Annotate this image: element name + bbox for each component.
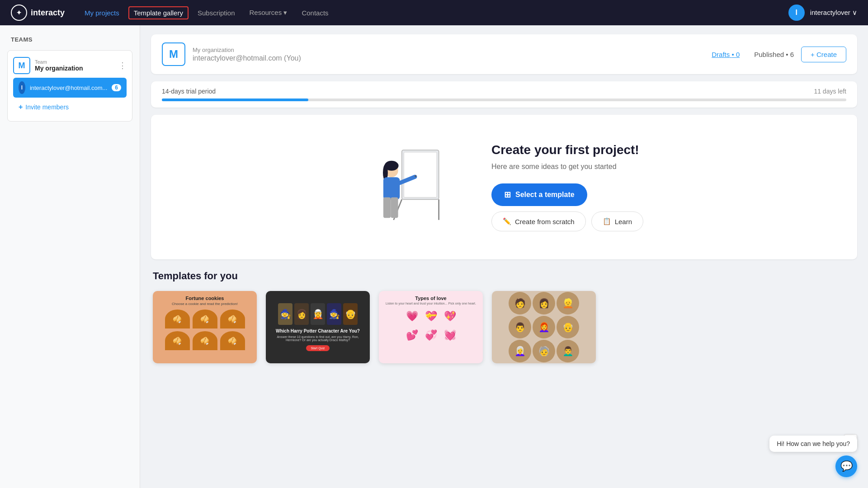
face: 👴 [557, 316, 579, 338]
org-header: M My organization interactylover@hotmail… [151, 34, 857, 74]
trial-label: 14-days trial period [162, 88, 216, 95]
face: 🧑 [509, 292, 531, 314]
member-email: interactylover@hotmail.com... [30, 84, 107, 91]
hp-char: 🧙 [278, 303, 292, 325]
logo[interactable]: ✦ interacty [11, 5, 65, 21]
create-subtitle: Here are some ideas to get you started [491, 163, 643, 171]
svg-rect-10 [391, 197, 398, 218]
hp-char: 👴 [343, 303, 358, 325]
org-name: My organization [193, 47, 704, 53]
face: 👩‍🦰 [533, 316, 555, 338]
btn-row: ✏️ Create from scratch 📋 Learn [491, 211, 643, 231]
nav-templategallery[interactable]: Template gallery [128, 6, 189, 19]
face: 👨‍🦱 [557, 340, 579, 362]
template-card-hp[interactable]: 🧙 👩 🧝 🧙 👴 Which Harry Potter Character A… [266, 291, 370, 363]
photo-grid: 🧑 👩 👱 👨 👩‍🦰 👴 👩‍🦳 🧓 👨‍🦱 [506, 291, 582, 363]
logo-icon: ✦ [11, 5, 27, 21]
love-card-title: Types of love [415, 296, 446, 301]
book-icon: 📋 [603, 217, 611, 225]
content-area: M My organization interactylover@hotmail… [140, 25, 868, 488]
chat-widget: Hi! How can we help you? 💬 [769, 436, 857, 477]
template-card-love[interactable]: Types of love Listen to your heart and t… [379, 291, 483, 363]
love-hearts-grid: 💗 💝 💖 💕 💞 💓 [403, 308, 458, 344]
cookie: 🥠 [193, 331, 217, 350]
grid-icon: ⊞ [504, 190, 511, 200]
learn-button[interactable]: 📋 Learn [591, 211, 643, 231]
trial-days: 11 days left [814, 88, 846, 95]
nav-links: My projects Template gallery Subscriptio… [79, 6, 774, 19]
nav-myprojects[interactable]: My projects [79, 6, 125, 19]
invite-label: Invite members [25, 103, 69, 111]
member-count-badge: 6 [112, 84, 121, 91]
org-email-row: interactylover@hotmail.com (You) [193, 54, 704, 62]
svg-rect-9 [383, 197, 391, 218]
svg-line-11 [415, 176, 416, 177]
hp-char: 🧙 [327, 303, 341, 325]
nav-subscription[interactable]: Subscription [192, 6, 241, 19]
invite-plus-icon: + [19, 103, 23, 111]
create-button[interactable]: + Create [801, 47, 846, 62]
drafts-stat: Drafts • 0 [712, 51, 740, 58]
hp-start-button[interactable]: Start Quiz [306, 345, 329, 351]
team-card-header: M Team My organization ⋮ [13, 57, 127, 74]
fortune-title: Fortune cookies [186, 296, 224, 301]
create-content: Create your first project! Here are some… [491, 143, 643, 231]
team-name: My organization [35, 65, 83, 72]
select-template-button[interactable]: ⊞ Select a template [491, 183, 587, 206]
team-card: M Team My organization ⋮ I interactylove… [7, 50, 132, 122]
love-card-sub: Listen to your heart and trust your intu… [386, 302, 476, 305]
create-title: Create your first project! [491, 143, 643, 157]
drafts-link[interactable]: Drafts • 0 [712, 51, 740, 58]
template-card-photo[interactable]: 🧑 👩 👱 👨 👩‍🦰 👴 👩‍🦳 🧓 👨‍🦱 [492, 291, 596, 363]
trial-header: 14-days trial period 11 days left [162, 88, 846, 95]
face: 👩‍🦳 [509, 340, 531, 362]
chat-button[interactable]: 💬 [835, 455, 857, 477]
team-card-left: M Team My organization [13, 57, 83, 74]
hp-card-subtitle: Answer these 10 questions to find out, a… [270, 335, 365, 342]
org-stats: Drafts • 0 Published • 6 [712, 51, 794, 58]
sidebar-title: Teams [7, 36, 132, 43]
user-name-nav[interactable]: interactylover ∨ [810, 9, 857, 17]
create-section: Create your first project! Here are some… [151, 115, 857, 259]
face: 👨 [509, 316, 531, 338]
nav-contacts[interactable]: Contacts [296, 6, 334, 19]
logo-text: interacty [31, 8, 65, 18]
create-from-scratch-button[interactable]: ✏️ Create from scratch [491, 211, 586, 231]
templates-section: Templates for you Fortune cookies Choose… [151, 270, 857, 363]
face: 👱 [557, 292, 579, 314]
chat-icon: 💬 [840, 460, 853, 472]
templates-title: Templates for you [153, 270, 855, 282]
invite-members-row[interactable]: + Invite members [13, 99, 127, 115]
hp-card-title: Which Harry Potter Character Are You? [276, 328, 360, 333]
cookie: 🥠 [220, 331, 245, 350]
nav-right: I interactylover ∨ [788, 5, 857, 21]
love-heart: 💗 [403, 308, 420, 325]
fortune-sub: Choose a cookie and read the prediction! [172, 302, 238, 306]
team-label: Team [35, 59, 83, 65]
love-heart: 💕 [403, 327, 420, 344]
member-row[interactable]: I interactylover@hotmail.com... 6 [13, 78, 127, 98]
three-dots-icon[interactable]: ⋮ [118, 61, 127, 70]
cookie: 🥠 [193, 310, 217, 328]
chat-bubble: Hi! How can we help you? [769, 436, 857, 452]
navbar: ✦ interacty My projects Template gallery… [0, 0, 868, 25]
org-info: My organization interactylover@hotmail.c… [193, 47, 704, 62]
sidebar: Teams M Team My organization ⋮ I interac… [0, 25, 140, 488]
hp-char: 👩 [294, 303, 309, 325]
published-stat: Published • 6 [754, 51, 794, 58]
templates-grid: Fortune cookies Choose a cookie and read… [153, 291, 855, 363]
hp-char: 🧝 [311, 303, 325, 325]
user-avatar-nav: I [788, 5, 805, 21]
template-card-fortune[interactable]: Fortune cookies Choose a cookie and read… [153, 291, 257, 363]
love-heart: 💖 [441, 308, 458, 325]
face: 👩 [533, 292, 555, 314]
trial-bar: 14-days trial period 11 days left [151, 81, 857, 108]
published-value: Published • 6 [754, 51, 794, 58]
hp-chars: 🧙 👩 🧝 🧙 👴 [278, 303, 358, 325]
nav-resources[interactable]: Resources ▾ [244, 6, 293, 19]
main-layout: Teams M Team My organization ⋮ I interac… [0, 25, 868, 488]
svg-rect-7 [383, 177, 400, 200]
cookie: 🥠 [165, 331, 190, 350]
illustration [365, 142, 455, 232]
face: 🧓 [533, 340, 555, 362]
